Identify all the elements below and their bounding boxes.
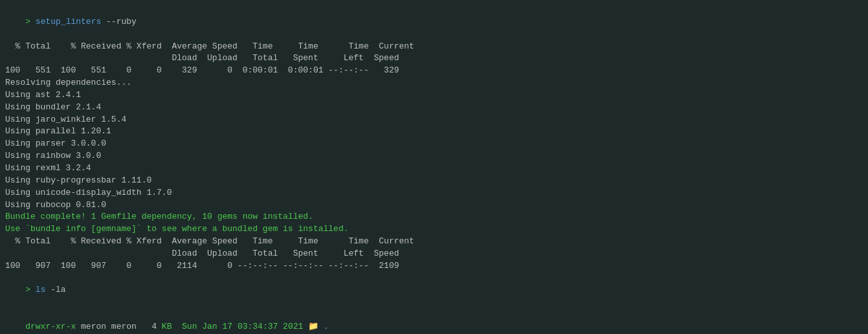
- command-name: setup_linters: [36, 17, 101, 27]
- dir-icon-dot: 📁: [303, 322, 324, 331]
- curl-data-2: 100 907 100 907 0 0 2114 0 --:--:-- --:-…: [5, 260, 863, 273]
- prompt-line-2: > ls -la: [5, 273, 863, 309]
- dir-perm-dot: drwxr-xr-x: [25, 322, 76, 331]
- prompt-symbol-2: >: [25, 285, 36, 295]
- bundle-complete: Bundle complete! 1 Gemfile dependency, 1…: [5, 211, 863, 223]
- using-rainbow: Using rainbow 3.0.0: [5, 150, 863, 162]
- curl-header-2: Dload Upload Total Spent Left Speed: [5, 52, 863, 65]
- curl-data-1: 100 551 100 551 0 0 329 0 0:00:01 0:00:0…: [5, 65, 863, 77]
- bundle-info: Use `bundle info [gemname]` to see where…: [5, 223, 863, 236]
- using-parallel: Using parallel 1.20.1: [5, 126, 863, 138]
- using-bundler: Using bundler 2.1.4: [5, 102, 863, 114]
- curl-header-4: Dload Upload Total Spent Left Speed: [5, 248, 863, 260]
- dir-date-dot: KB Sun Jan 17 03:34:37 2021: [162, 322, 303, 331]
- prompt-line-1: > setup_linters --ruby: [5, 4, 863, 41]
- resolving-deps: Resolving dependencies...: [5, 77, 863, 89]
- dir-entry-dot: drwxr-xr-x meron meron 4 KB Sun Jan 17 0…: [5, 309, 863, 334]
- command-args: --ruby: [101, 17, 137, 27]
- dir-name-dot: .: [324, 322, 329, 331]
- ls-args: -la: [45, 285, 65, 295]
- using-parser: Using parser 3.0.0.0: [5, 138, 863, 150]
- prompt-symbol: >: [25, 17, 36, 27]
- using-jaro: Using jaro_winkler 1.5.4: [5, 114, 863, 126]
- curl-header-3: % Total % Received % Xferd Average Speed…: [5, 236, 863, 248]
- terminal-output: > setup_linters --ruby % Total % Receive…: [5, 4, 863, 334]
- using-rubocop: Using rubocop 0.81.0: [5, 199, 863, 212]
- using-progressbar: Using ruby-progressbar 1.11.0: [5, 175, 863, 187]
- ls-command: ls: [36, 285, 46, 295]
- using-rexml: Using rexml 3.2.4: [5, 162, 863, 175]
- dir-meta-dot: meron meron 4: [76, 322, 162, 331]
- using-ast: Using ast 2.4.1: [5, 89, 863, 102]
- curl-header-1: % Total % Received % Xferd Average Speed…: [5, 41, 863, 53]
- using-unicode: Using unicode-display_width 1.7.0: [5, 187, 863, 199]
